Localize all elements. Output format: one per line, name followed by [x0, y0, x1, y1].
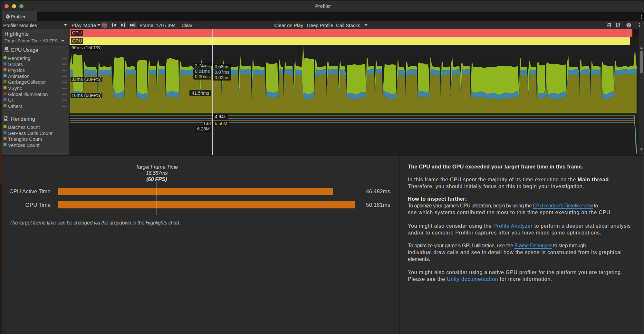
svg-text:CPU: CPU — [4, 50, 9, 52]
